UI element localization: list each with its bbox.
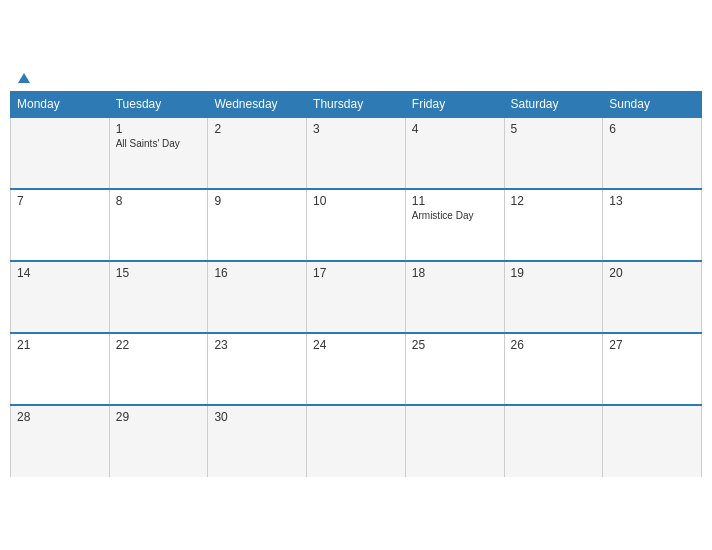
- day-header-monday: Monday: [11, 92, 110, 118]
- day-number: 5: [511, 122, 597, 136]
- calendar-week-2: 7891011Armistice Day1213: [11, 189, 702, 261]
- calendar-cell: 13: [603, 189, 702, 261]
- day-number: 17: [313, 266, 399, 280]
- calendar-cell: 23: [208, 333, 307, 405]
- calendar-header-row: MondayTuesdayWednesdayThursdayFridaySatu…: [11, 92, 702, 118]
- day-number: 9: [214, 194, 300, 208]
- day-number: 14: [17, 266, 103, 280]
- calendar-cell: 12: [504, 189, 603, 261]
- calendar-cell: 26: [504, 333, 603, 405]
- day-number: 7: [17, 194, 103, 208]
- day-number: 22: [116, 338, 202, 352]
- day-number: 21: [17, 338, 103, 352]
- calendar-cell: 18: [405, 261, 504, 333]
- day-number: 3: [313, 122, 399, 136]
- calendar-cell: 24: [307, 333, 406, 405]
- calendar-cell: 30: [208, 405, 307, 477]
- day-number: 20: [609, 266, 695, 280]
- calendar-cell: 10: [307, 189, 406, 261]
- day-number: 12: [511, 194, 597, 208]
- day-number: 13: [609, 194, 695, 208]
- calendar-cell: 8: [109, 189, 208, 261]
- day-number: 29: [116, 410, 202, 424]
- calendar-cell: 27: [603, 333, 702, 405]
- calendar-cell: 28: [11, 405, 110, 477]
- day-number: 27: [609, 338, 695, 352]
- day-number: 4: [412, 122, 498, 136]
- day-number: 2: [214, 122, 300, 136]
- day-header-tuesday: Tuesday: [109, 92, 208, 118]
- logo-triangle-icon: [18, 73, 30, 83]
- calendar-cell: [603, 405, 702, 477]
- day-number: 10: [313, 194, 399, 208]
- calendar-cell: [307, 405, 406, 477]
- calendar-week-5: 282930: [11, 405, 702, 477]
- calendar-cell: 11Armistice Day: [405, 189, 504, 261]
- calendar-cell: 29: [109, 405, 208, 477]
- day-number: 6: [609, 122, 695, 136]
- calendar-week-1: 1All Saints' Day23456: [11, 117, 702, 189]
- day-number: 30: [214, 410, 300, 424]
- day-number: 19: [511, 266, 597, 280]
- logo-blue-row: [14, 73, 30, 83]
- day-number: 26: [511, 338, 597, 352]
- logo: [14, 73, 30, 83]
- day-header-wednesday: Wednesday: [208, 92, 307, 118]
- day-number: 18: [412, 266, 498, 280]
- calendar-cell: [11, 117, 110, 189]
- calendar-cell: 5: [504, 117, 603, 189]
- calendar-cell: [405, 405, 504, 477]
- calendar-cell: 19: [504, 261, 603, 333]
- day-number: 1: [116, 122, 202, 136]
- calendar-table: MondayTuesdayWednesdayThursdayFridaySatu…: [10, 91, 702, 477]
- calendar-week-4: 21222324252627: [11, 333, 702, 405]
- calendar-cell: 4: [405, 117, 504, 189]
- holiday-label: Armistice Day: [412, 210, 498, 221]
- calendar-cell: 2: [208, 117, 307, 189]
- calendar-cell: 20: [603, 261, 702, 333]
- calendar-cell: 16: [208, 261, 307, 333]
- day-number: 23: [214, 338, 300, 352]
- day-number: 11: [412, 194, 498, 208]
- calendar-cell: [504, 405, 603, 477]
- day-number: 28: [17, 410, 103, 424]
- calendar-cell: 6: [603, 117, 702, 189]
- calendar-header: [10, 73, 702, 83]
- day-header-friday: Friday: [405, 92, 504, 118]
- calendar-cell: 7: [11, 189, 110, 261]
- calendar-cell: 14: [11, 261, 110, 333]
- calendar-cell: 1All Saints' Day: [109, 117, 208, 189]
- calendar-cell: 3: [307, 117, 406, 189]
- day-number: 15: [116, 266, 202, 280]
- calendar-cell: 22: [109, 333, 208, 405]
- day-header-sunday: Sunday: [603, 92, 702, 118]
- calendar-week-3: 14151617181920: [11, 261, 702, 333]
- day-number: 24: [313, 338, 399, 352]
- calendar-page: MondayTuesdayWednesdayThursdayFridaySatu…: [10, 73, 702, 477]
- calendar-cell: 17: [307, 261, 406, 333]
- day-number: 8: [116, 194, 202, 208]
- calendar-cell: 21: [11, 333, 110, 405]
- day-header-saturday: Saturday: [504, 92, 603, 118]
- holiday-label: All Saints' Day: [116, 138, 202, 149]
- day-number: 16: [214, 266, 300, 280]
- calendar-cell: 9: [208, 189, 307, 261]
- calendar-cell: 25: [405, 333, 504, 405]
- day-header-thursday: Thursday: [307, 92, 406, 118]
- calendar-cell: 15: [109, 261, 208, 333]
- day-number: 25: [412, 338, 498, 352]
